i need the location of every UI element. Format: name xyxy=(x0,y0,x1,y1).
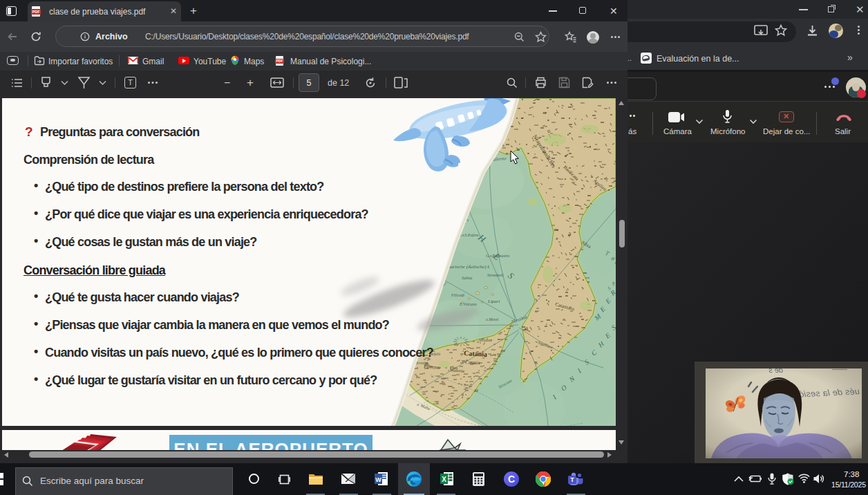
svg-text:Catania: Catania xyxy=(464,349,487,358)
svg-text:Milazzo: Milazzo xyxy=(478,338,492,342)
svg-text:EN EL AEROPUERTO: EN EL AEROPUERTO xyxy=(173,439,368,450)
svg-text:x.Messi: x.Messi xyxy=(485,317,498,321)
svg-text:Salina: Salina xyxy=(462,276,472,280)
svg-text:Catania: Catania xyxy=(465,359,481,366)
svg-text:G.v.Policastro: G.v.Policastro xyxy=(486,254,509,258)
svg-text:X: X xyxy=(442,476,446,483)
svg-text:Etna: Etna xyxy=(450,366,457,370)
svg-text:Stromboli: Stromboli xyxy=(487,273,504,277)
svg-text:Liparische (Äolische) I.: Liparische (Äolische) I. xyxy=(444,264,491,270)
svg-text:E: E xyxy=(422,272,431,281)
svg-text:E.Vulcano: E.Vulcano xyxy=(459,302,477,306)
svg-text:G.v.Neap.: G.v.Neap. xyxy=(478,131,498,140)
svg-text:G.v.S.Eufem.: G.v.S.Eufem. xyxy=(458,233,480,237)
svg-text:Lipari: Lipari xyxy=(487,299,500,304)
svg-text:W: W xyxy=(375,476,381,483)
svg-text:Filicudi: Filicudi xyxy=(451,293,464,297)
svg-text:T: T xyxy=(570,476,574,483)
